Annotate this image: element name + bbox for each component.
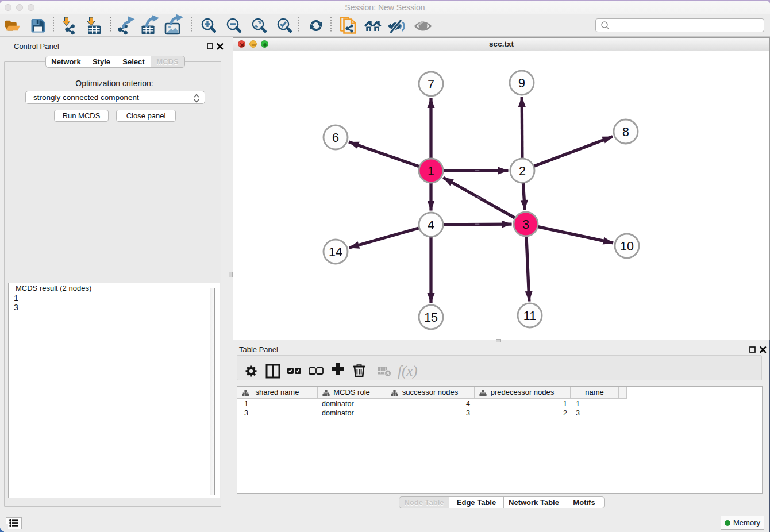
svg-text:9: 9 <box>518 76 525 90</box>
svg-text:6: 6 <box>332 131 339 145</box>
svg-text:8: 8 <box>622 125 629 139</box>
svg-text:4: 4 <box>428 218 434 232</box>
svg-text:f(x): f(x) <box>398 363 418 379</box>
svg-text:1: 1 <box>428 164 434 178</box>
svg-text:7: 7 <box>428 78 434 91</box>
svg-text:10: 10 <box>620 240 634 253</box>
svg-text:2: 2 <box>519 164 526 178</box>
svg-text:14: 14 <box>329 245 342 259</box>
svg-text:15: 15 <box>424 311 438 325</box>
svg-text:11: 11 <box>523 309 536 323</box>
svg-text:3: 3 <box>522 218 529 232</box>
